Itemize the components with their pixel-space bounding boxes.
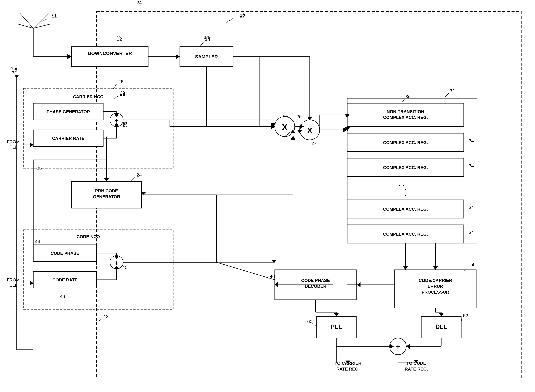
svg-marker-220 [271, 260, 276, 262]
svg-text:25: 25 [37, 166, 42, 171]
svg-rect-12 [72, 47, 148, 67]
svg-text:NON-TRANSITION: NON-TRANSITION [387, 109, 424, 114]
svg-marker-68 [30, 142, 33, 147]
ref-16: 16 [11, 66, 16, 71]
svg-marker-17 [176, 54, 180, 59]
svg-line-141 [312, 323, 316, 326]
svg-text:32: 32 [450, 88, 455, 93]
svg-text:+: + [115, 260, 118, 266]
ref-22: 22 [120, 90, 125, 96]
diagram-svg: 11 DOWNCONVERTER 12 SAMPLER 14 10 X [0, 0, 535, 392]
svg-text:.: . [405, 190, 406, 197]
svg-marker-145 [334, 313, 339, 316]
ref-14: 14 [204, 35, 209, 40]
svg-text:+: + [396, 343, 400, 351]
svg-text:RATE REG.: RATE REG. [336, 367, 360, 372]
svg-text:24: 24 [137, 172, 142, 177]
svg-text:PROCESSOR: PROCESSOR [422, 289, 449, 294]
svg-text:COMPLEX ACC. REG.: COMPLEX ACC. REG. [383, 165, 428, 170]
svg-text:CODE RATE: CODE RATE [52, 277, 77, 282]
svg-text:FROM: FROM [7, 139, 20, 144]
svg-line-5 [33, 13, 48, 28]
svg-text:GENERATOR: GENERATOR [93, 194, 120, 199]
svg-marker-123 [433, 266, 438, 270]
svg-text:42: 42 [103, 314, 108, 319]
svg-marker-80 [291, 136, 296, 140]
svg-text:34: 34 [469, 230, 474, 235]
svg-text:COMPLEX ACC. REG.: COMPLEX ACC. REG. [383, 115, 428, 120]
svg-text:ERROR: ERROR [428, 284, 443, 289]
svg-text:PLL: PLL [9, 145, 17, 149]
ref-11: 11 [52, 13, 57, 19]
svg-text:PLL: PLL [331, 323, 342, 330]
svg-rect-114 [395, 270, 476, 308]
svg-line-15 [110, 42, 115, 47]
svg-text:PRN CODE: PRN CODE [95, 188, 118, 193]
svg-text:COMPLEX ACC. REG.: COMPLEX ACC. REG. [383, 140, 428, 145]
svg-text:27: 27 [311, 141, 316, 146]
svg-line-90 [445, 93, 449, 98]
svg-marker-161 [406, 344, 410, 349]
svg-text:COMPLEX ACC. REG.: COMPLEX ACC. REG. [383, 232, 428, 237]
svg-text:34: 34 [469, 163, 474, 168]
svg-line-23 [233, 18, 238, 23]
svg-marker-121 [403, 266, 408, 270]
svg-text:60: 60 [307, 319, 312, 324]
svg-text:26: 26 [296, 114, 302, 119]
svg-line-4 [20, 13, 33, 28]
svg-text:DOWNCONVERTER: DOWNCONVERTER [88, 51, 132, 56]
svg-text:X: X [282, 123, 287, 131]
svg-text:34: 34 [469, 205, 474, 210]
svg-text:CODE/CARRIER: CODE/CARRIER [419, 278, 452, 283]
ref-12: 12 [116, 35, 122, 40]
svg-marker-153 [439, 313, 444, 316]
svg-marker-203 [14, 75, 19, 78]
svg-text:DLL: DLL [9, 283, 17, 288]
svg-text:FROM: FROM [7, 277, 20, 282]
svg-line-21 [200, 42, 204, 47]
svg-line-6 [18, 24, 33, 28]
svg-text:CARRIER NCO: CARRIER NCO [73, 94, 103, 99]
svg-line-173 [98, 319, 102, 321]
svg-marker-198 [30, 281, 33, 286]
svg-text:CODE NCO: CODE NCO [77, 234, 100, 239]
svg-text:X: X [307, 126, 312, 135]
svg-text:46: 46 [60, 294, 65, 299]
svg-rect-2 [23, 230, 173, 310]
svg-text:RATE REG.: RATE REG. [405, 367, 428, 372]
svg-text:CARRIER RATE: CARRIER RATE [52, 136, 85, 141]
svg-text:45: 45 [122, 265, 128, 270]
svg-text:. . .: . . . [395, 180, 404, 187]
svg-line-88 [401, 99, 405, 103]
svg-text:34: 34 [469, 138, 474, 143]
svg-line-7 [33, 24, 50, 28]
svg-text:SAMPLER: SAMPLER [195, 54, 218, 59]
svg-line-205 [225, 18, 233, 23]
svg-text:CODE PHASE: CODE PHASE [301, 278, 330, 283]
svg-line-194 [216, 262, 275, 280]
svg-text:50: 50 [470, 262, 475, 267]
svg-rect-1 [23, 88, 173, 168]
ref-10: 10 [240, 13, 245, 18]
svg-line-47 [114, 96, 118, 98]
svg-text:DLL: DLL [435, 323, 447, 330]
svg-text:PHASE GENERATOR: PHASE GENERATOR [47, 109, 90, 114]
svg-text:COMPLEX ACC. REG.: COMPLEX ACC. REG. [383, 207, 428, 212]
svg-marker-137 [357, 282, 360, 287]
svg-text:CODE PHASE: CODE PHASE [51, 251, 79, 256]
svg-text:44: 44 [35, 239, 40, 244]
svg-text:62: 62 [463, 313, 468, 318]
svg-marker-11 [67, 54, 72, 59]
ref-23: 23 [122, 121, 128, 126]
svg-text:25: 25 [283, 114, 288, 119]
diagram-container: 11 DOWNCONVERTER 12 SAMPLER 14 10 X [0, 0, 535, 392]
svg-text:26: 26 [118, 79, 123, 84]
